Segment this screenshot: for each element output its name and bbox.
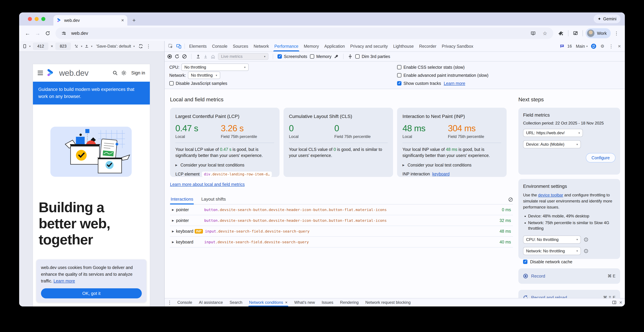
reload-button[interactable] bbox=[43, 29, 52, 38]
lcp-element-chip[interactable]: div.devsite-landing-row-item-d… bbox=[202, 172, 272, 177]
browser-menu-icon[interactable]: ⋮ bbox=[612, 29, 621, 38]
upload-profile-icon[interactable] bbox=[196, 54, 200, 59]
site-search-icon[interactable] bbox=[112, 70, 118, 76]
extensions-puzzle-icon[interactable] bbox=[557, 29, 566, 38]
device-toolbar-link[interactable]: device toolbar bbox=[538, 193, 563, 197]
minimize-window-button[interactable] bbox=[34, 17, 39, 21]
expand-icon[interactable]: ▶ bbox=[170, 219, 176, 222]
record-reload-icon[interactable] bbox=[175, 54, 180, 59]
tab-performance[interactable]: Performance bbox=[272, 41, 301, 52]
zoom-window-button[interactable] bbox=[41, 17, 45, 21]
record-and-reload-button[interactable]: Record and reload ⌘ ⇧ E bbox=[518, 290, 620, 298]
gemini-button[interactable]: ✦ Gemini bbox=[594, 14, 620, 23]
cookie-learn-more-link[interactable]: Learn more bbox=[54, 278, 75, 283]
zoom-select[interactable] bbox=[74, 44, 78, 48]
home-icon[interactable] bbox=[211, 54, 215, 59]
css-selector-stats-checkbox[interactable]: Enable CSS selector stats (slow) bbox=[397, 65, 464, 70]
disable-js-samples-checkbox[interactable]: Disable JavaScript samples bbox=[169, 81, 227, 86]
save-data-select[interactable]: 'Save-Data': default bbox=[96, 44, 131, 48]
tab-layout-shifts[interactable]: Layout shifts bbox=[200, 195, 226, 204]
drawer-tab-issues[interactable]: Issues bbox=[318, 298, 336, 306]
device-preset-icon[interactable] bbox=[22, 44, 27, 48]
screenshots-checkbox[interactable]: Screenshots bbox=[278, 54, 307, 59]
tab-console[interactable]: Console bbox=[209, 41, 230, 52]
drawer-tab-whats-new[interactable]: What's new bbox=[291, 298, 318, 306]
env-network-select[interactable]: Network: No throttling▾ bbox=[523, 247, 581, 255]
address-bar[interactable]: web.dev ☆ bbox=[56, 28, 553, 39]
new-tab-button[interactable]: + bbox=[130, 16, 138, 24]
interaction-row[interactable]: ▶ pointer button.devsite-search-button.d… bbox=[170, 204, 513, 215]
network-throttle-select[interactable]: No throttling▾ bbox=[188, 72, 220, 79]
metrics-learn-more-link[interactable]: Learn more about local and field metrics bbox=[170, 182, 245, 187]
advanced-paint-checkbox[interactable]: Enable advanced paint instrumentation (s… bbox=[397, 73, 488, 78]
inspect-icon[interactable] bbox=[167, 42, 175, 50]
theme-toggle-icon[interactable] bbox=[121, 70, 126, 76]
tab-application[interactable]: Application bbox=[322, 41, 348, 52]
interaction-row[interactable]: ▶ keyboard input.devsite-search-field.de… bbox=[170, 237, 513, 248]
collapse-tracks-icon[interactable] bbox=[348, 54, 352, 59]
tab-privacy-sandbox[interactable]: Privacy Sandbox bbox=[439, 41, 476, 52]
close-drawer-icon[interactable]: × bbox=[619, 300, 622, 305]
memory-checkbox[interactable]: Memory bbox=[310, 54, 332, 59]
inp-interaction-link[interactable]: keyboard bbox=[432, 172, 450, 176]
expand-icon[interactable]: ▶ bbox=[170, 230, 176, 233]
tab-privacy-security[interactable]: Privacy and security bbox=[348, 41, 390, 52]
install-icon[interactable] bbox=[529, 29, 538, 38]
tab-memory[interactable]: Memory bbox=[301, 41, 322, 52]
messages-bubble-icon[interactable] bbox=[558, 42, 566, 50]
drawer-menu-icon[interactable]: ⋮ bbox=[167, 300, 172, 305]
drawer-tab-rendering[interactable]: Rendering bbox=[336, 298, 362, 306]
custom-tracks-checkbox[interactable]: Show custom tracks bbox=[397, 81, 441, 86]
cookie-ok-button[interactable]: OK, got it bbox=[41, 288, 142, 298]
expand-icon[interactable]: ▶ bbox=[170, 240, 176, 244]
devtools-menu-icon[interactable]: ⋮ bbox=[607, 42, 615, 50]
live-metrics-select[interactable]: Live metrics▾ bbox=[218, 53, 268, 60]
close-devtools-icon[interactable]: × bbox=[616, 43, 623, 49]
disable-network-cache-checkbox[interactable]: Disable network cache bbox=[523, 260, 616, 264]
expand-icon[interactable]: ▶ bbox=[170, 208, 176, 211]
rotate-icon[interactable] bbox=[138, 44, 143, 48]
site-info-icon[interactable] bbox=[60, 29, 68, 38]
device-width-input[interactable] bbox=[33, 42, 48, 50]
field-device-select[interactable]: Device: Auto (Mobile)▾ bbox=[523, 140, 581, 148]
clear-log-icon[interactable] bbox=[508, 197, 513, 202]
drawer-tab-network-conditions[interactable]: Network conditions × bbox=[246, 298, 291, 306]
hamburger-menu-icon[interactable] bbox=[38, 71, 43, 75]
tab-lighthouse[interactable]: Lighthouse bbox=[390, 41, 416, 52]
settings-gear-icon[interactable]: ⚙ bbox=[598, 42, 606, 50]
record-button[interactable]: Record ⌘ E bbox=[518, 268, 620, 284]
tab-elements[interactable]: Elements bbox=[186, 41, 209, 52]
drawer-tab-ai-assistance[interactable]: AI assistance bbox=[196, 298, 226, 306]
dock-side-icon[interactable] bbox=[612, 300, 616, 304]
clear-icon[interactable] bbox=[182, 54, 187, 59]
context-selector[interactable]: Main▾ bbox=[574, 44, 589, 49]
env-cpu-select[interactable]: CPU: No throttling▾ bbox=[523, 236, 581, 244]
back-button[interactable]: ← bbox=[23, 29, 32, 38]
tab-interactions[interactable]: Interactions bbox=[170, 195, 194, 204]
close-drawer-tab-icon[interactable]: × bbox=[285, 300, 288, 305]
configure-button[interactable]: Configure bbox=[586, 153, 616, 162]
gc-brush-icon[interactable] bbox=[334, 54, 339, 59]
bookmark-star-icon[interactable]: ☆ bbox=[540, 29, 549, 38]
cpu-throttle-select[interactable]: No throttling▾ bbox=[182, 64, 248, 71]
sign-in-button[interactable]: Sign in bbox=[131, 70, 145, 76]
download-profile-icon[interactable] bbox=[203, 54, 208, 59]
tab-recorder[interactable]: Recorder bbox=[416, 41, 439, 52]
device-height-input[interactable] bbox=[56, 42, 71, 50]
close-window-button[interactable] bbox=[28, 17, 32, 21]
device-toolbar-menu-icon[interactable]: ⋮ bbox=[146, 44, 151, 49]
record-icon[interactable] bbox=[167, 54, 172, 59]
throttle-select[interactable] bbox=[85, 44, 89, 48]
interaction-row[interactable]: ▶ pointer button.devsite-search-button.d… bbox=[170, 215, 513, 226]
drawer-tab-console[interactable]: Console bbox=[174, 298, 196, 306]
forward-button[interactable]: → bbox=[33, 29, 42, 38]
lcp-disclosure[interactable]: ▶ Consider your local test conditions bbox=[175, 163, 274, 168]
drawer-tab-network-request-blocking[interactable]: Network request blocking bbox=[362, 298, 414, 306]
interaction-row[interactable]: ▶ keyboard INP input.devsite-search-fiel… bbox=[170, 226, 513, 237]
device-toolbar-toggle-icon[interactable] bbox=[175, 42, 183, 50]
dim-3rd-parties-checkbox[interactable]: Dim 3rd parties bbox=[355, 54, 390, 59]
tab-network[interactable]: Network bbox=[251, 41, 272, 52]
drawer-tab-search[interactable]: Search bbox=[226, 298, 246, 306]
sync-status-icon[interactable] bbox=[590, 42, 598, 50]
side-panel-search-icon[interactable] bbox=[571, 29, 580, 38]
